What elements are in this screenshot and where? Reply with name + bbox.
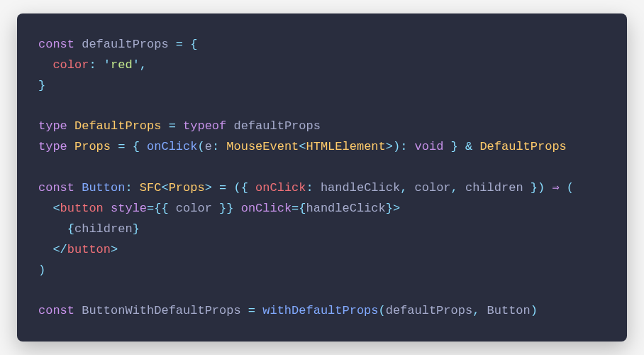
code-token: (	[197, 140, 204, 153]
code-token: onClick	[255, 181, 306, 195]
code-token: Button	[479, 304, 530, 317]
code-token: e	[205, 140, 212, 153]
code-token	[233, 202, 240, 215]
code-token: <	[299, 140, 306, 153]
code-line	[38, 280, 606, 301]
code-token: })	[531, 181, 545, 195]
code-line: <button style={{ color }} onClick={handl…	[38, 199, 606, 219]
code-token: =	[176, 38, 183, 51]
code-token	[133, 181, 140, 195]
code-token: withDefaultProps	[262, 304, 378, 317]
code-token: Props	[169, 181, 205, 195]
code-token	[38, 222, 67, 236]
code-token: {	[190, 38, 197, 51]
code-token: :	[212, 140, 219, 153]
code-token: ',	[133, 58, 147, 72]
code-token: type	[38, 140, 67, 153]
code-line: {children}	[38, 219, 606, 240]
code-token	[38, 202, 52, 215]
code-line: color: 'red',	[38, 55, 606, 76]
code-token	[67, 119, 74, 133]
code-token: handleClick	[313, 181, 400, 195]
code-token	[545, 181, 552, 195]
code-token: =	[248, 304, 255, 317]
code-line: type Props = { onClick(e: MouseEvent<HTM…	[38, 137, 606, 158]
code-token	[183, 38, 190, 51]
code-token	[38, 160, 45, 174]
code-token: >):	[386, 140, 408, 153]
code-token: >	[205, 181, 212, 195]
code-token	[38, 243, 52, 256]
code-line	[38, 96, 606, 116]
code-token: =	[118, 140, 125, 153]
code-token: )	[38, 263, 45, 277]
code-token: red	[111, 58, 133, 72]
code-token: =	[147, 202, 154, 215]
code-token: <	[52, 202, 60, 215]
code-token: =	[219, 181, 226, 195]
code-token: button	[60, 202, 104, 215]
code-token: defaultProps	[74, 38, 176, 51]
code-token: =	[292, 202, 299, 215]
code-token: }	[38, 79, 45, 92]
code-token	[407, 140, 414, 153]
code-token	[226, 181, 233, 195]
code-token	[140, 140, 147, 153]
code-token	[38, 283, 45, 297]
code-token	[67, 140, 74, 153]
code-token	[96, 58, 104, 72]
code-token: HTMLElement	[306, 140, 386, 153]
code-token: ,	[400, 181, 407, 195]
code-token: }	[451, 140, 458, 153]
code-token: color	[169, 202, 219, 215]
code-line: const ButtonWithDefaultProps = withDefau…	[38, 301, 606, 322]
code-token: >	[111, 243, 118, 256]
code-token: :	[125, 181, 132, 195]
code-token: DefaultProps	[74, 119, 161, 133]
code-token	[38, 99, 45, 112]
code-token: (	[567, 181, 574, 195]
code-token: </	[52, 243, 67, 256]
code-token: DefaultProps	[479, 140, 566, 153]
code-token	[255, 304, 262, 317]
code-token: onClick	[241, 202, 292, 215]
code-token: ButtonWithDefaultProps	[74, 304, 248, 317]
code-line: const defaultProps = {	[38, 35, 606, 55]
code-token: Props	[74, 140, 111, 153]
code-token	[560, 181, 567, 195]
code-token: ({	[233, 181, 248, 195]
code-token: ,	[451, 181, 458, 195]
code-token: Button	[82, 181, 125, 195]
code-token	[74, 181, 82, 195]
code-token: MouseEvent	[226, 140, 299, 153]
code-token: =	[169, 119, 176, 133]
code-token: }	[133, 222, 140, 236]
code-token: {	[67, 222, 74, 236]
code-token: typeof	[183, 119, 226, 133]
code-token: button	[67, 243, 111, 256]
code-token: type	[38, 119, 67, 133]
code-token	[161, 119, 168, 133]
code-token: defaultProps	[226, 119, 321, 133]
code-token: <	[161, 181, 168, 195]
code-token: SFC	[140, 181, 162, 195]
code-token: ⇒	[552, 181, 559, 195]
code-token: handleClick	[306, 202, 386, 215]
code-token	[472, 140, 479, 153]
code-line: const Button: SFC<Props> = ({ onClick: h…	[38, 178, 606, 199]
code-token: ,	[472, 304, 479, 317]
code-token: {	[133, 140, 140, 153]
code-token: const	[38, 181, 74, 195]
code-line: </button>	[38, 240, 606, 261]
code-token: const	[38, 304, 74, 317]
code-token: &	[465, 140, 472, 153]
code-token: style	[111, 202, 147, 215]
code-line: }	[38, 76, 606, 97]
code-line	[38, 158, 606, 178]
code-token: :	[89, 58, 96, 72]
code-token: const	[38, 38, 74, 51]
code-token	[458, 140, 465, 153]
code-token: children	[74, 222, 133, 236]
code-token: void	[415, 140, 444, 153]
code-line: )	[38, 261, 606, 281]
